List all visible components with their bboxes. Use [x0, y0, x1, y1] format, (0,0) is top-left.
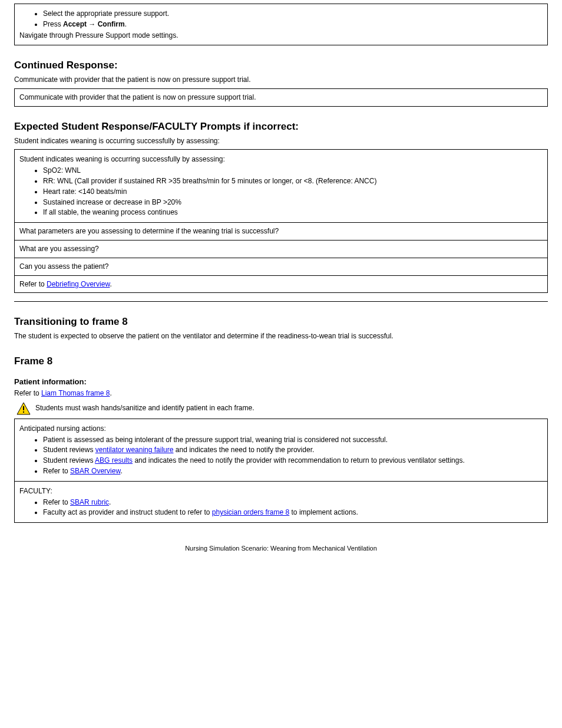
expected-bullet-5: If all stable, the weaning process conti…: [43, 207, 543, 218]
top-bullet-1: Select the appropriate pressure support.: [43, 9, 543, 19]
frame-8-heading: Frame 8: [14, 354, 548, 368]
prompt-row-1: What parameters are you assessing to det…: [15, 222, 547, 240]
frame-top-box: Select the appropriate pressure support.…: [14, 4, 548, 45]
weaning-failure-link[interactable]: ventilator weaning failure: [95, 446, 174, 454]
patient-info-line: Refer to Liam Thomas frame 8.: [14, 388, 548, 398]
faculty-list: Refer to SBAR rubric. Faculty act as pro…: [19, 498, 543, 518]
expected-bullet-2: RR: WNL (Call provider if sustained RR >…: [43, 176, 543, 186]
expected-response-7-heading: Expected Student Response/FACULTY Prompt…: [14, 120, 548, 134]
action-item-2: Student reviews ventilator weaning failu…: [43, 445, 543, 455]
svg-rect-1: [23, 406, 24, 410]
expected-bullets: SpO2: WNL RR: WNL (Call provider if sust…: [19, 166, 543, 218]
anticipated-actions-box: Anticipated nursing actions: Patient is …: [14, 419, 548, 523]
page-footer: Nursing Simulation Scenario: Weaning fro…: [14, 544, 548, 553]
expected-response-7-lead: Student indicates weaning is occurring s…: [14, 136, 548, 146]
faculty-subsection: FACULTY: Refer to SBAR rubric. Faculty a…: [15, 481, 547, 522]
continued-response-7-framed: Communicate with provider that the patie…: [14, 88, 548, 107]
expected-bullet-4: Sustained increase or decrease in BP >20…: [43, 197, 543, 207]
expected-bullet-3: Heart rate: <140 beats/min: [43, 187, 543, 197]
abg-results-link[interactable]: ABG results: [95, 456, 133, 465]
action-item-1: Patient is assessed as being intolerant …: [43, 435, 543, 445]
anticipated-actions-list: Patient is assessed as being intolerant …: [19, 435, 543, 476]
top-bullets: Select the appropriate pressure support.…: [19, 9, 543, 29]
faculty-lead: FACULTY:: [19, 486, 543, 496]
faculty-item-2: Faculty act as provider and instruct stu…: [43, 508, 543, 518]
warning-text: Students must wash hands/sanitize and id…: [35, 403, 254, 413]
debriefing-overview-link[interactable]: Debriefing Overview: [47, 280, 110, 288]
continued-response-7-heading: Continued Response:: [14, 58, 548, 73]
anticipated-actions-lead: Anticipated nursing actions:: [19, 424, 543, 434]
patient-info-link[interactable]: Liam Thomas frame 8: [41, 389, 110, 397]
expected-bullet-1: SpO2: WNL: [43, 166, 543, 176]
prompt-row-3: Can you assess the patient?: [15, 258, 547, 275]
continued-response-7-text: Communicate with provider that the patie…: [14, 75, 548, 85]
sbar-overview-link[interactable]: SBAR Overview: [70, 467, 120, 475]
section-divider: [14, 301, 548, 302]
transition-heading: Transitioning to frame 8: [14, 315, 548, 329]
physician-orders-link[interactable]: physician orders frame 8: [212, 508, 289, 516]
top-bullet-2: Press Accept → Confirm.: [43, 19, 543, 29]
expected-response-7-framed: Student indicates weaning is occurring s…: [14, 149, 548, 293]
action-item-3: Student reviews ABG results and indicate…: [43, 456, 543, 466]
patient-info-label: Patient information:: [14, 377, 548, 387]
continued-response-7-body: Communicate with provider that the patie…: [15, 89, 547, 106]
sbar-rubric-link[interactable]: SBAR rubric: [70, 498, 109, 506]
transition-text: The student is expected to observe the p…: [14, 331, 548, 341]
warning-icon: [16, 402, 31, 415]
warning-row: Students must wash hands/sanitize and id…: [16, 402, 548, 415]
expected-lead-inbox: Student indicates weaning is occurring s…: [19, 154, 543, 164]
svg-rect-2: [23, 411, 24, 413]
top-post-line: Navigate through Pressure Support mode s…: [19, 31, 543, 41]
prompt-row-link: Refer to Debriefing Overview.: [15, 275, 547, 293]
action-item-4: Refer to SBAR Overview.: [43, 466, 543, 476]
prompt-row-2: What are you assessing?: [15, 240, 547, 258]
faculty-item-1: Refer to SBAR rubric.: [43, 498, 543, 508]
